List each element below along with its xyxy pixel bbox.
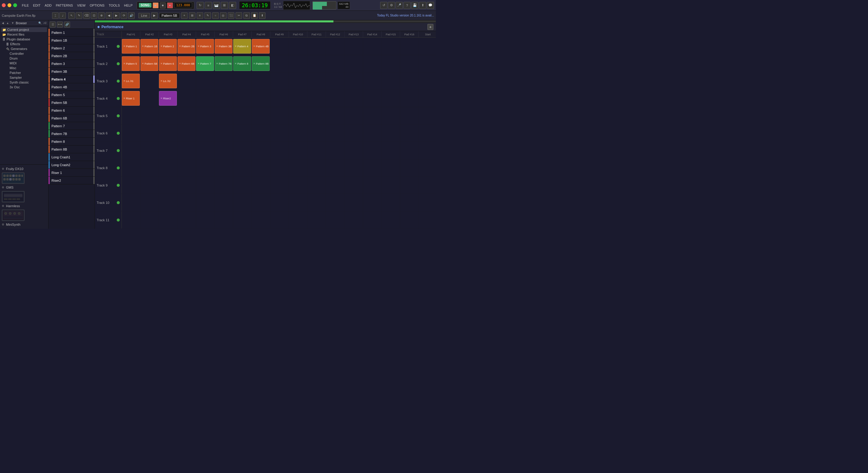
- pad-cell[interactable]: [363, 159, 382, 176]
- pattern-edit[interactable]: ✎: [205, 12, 211, 19]
- loop-icon[interactable]: ↻: [197, 2, 204, 9]
- pad-cell[interactable]: [159, 211, 178, 229]
- pad-cell[interactable]: [326, 38, 344, 55]
- tree-item-plugin-database[interactable]: 🗄 Plugin database: [1, 37, 47, 41]
- pad-cell[interactable]: [344, 72, 363, 90]
- pad-cell[interactable]: [400, 194, 419, 211]
- refresh-icon[interactable]: ↺: [380, 2, 387, 9]
- tree-item-sampler[interactable]: Sampler: [1, 75, 47, 80]
- pad-cell[interactable]: [344, 107, 363, 124]
- pattern-block-pattern7[interactable]: ✕Pattern 7: [196, 56, 214, 71]
- pattern-block-pattern2[interactable]: ✕Pattern 2: [159, 39, 177, 54]
- pad-cell[interactable]: [289, 72, 307, 90]
- pad-cell[interactable]: [196, 107, 215, 124]
- add-track-button[interactable]: +: [427, 24, 433, 30]
- pattern-block-pattern2b[interactable]: ✕Pattern 2B: [178, 39, 195, 54]
- pattern-paste[interactable]: 📋: [251, 12, 258, 19]
- eraser-tool[interactable]: ⌫: [83, 12, 90, 19]
- song-mode-button[interactable]: SONG: [139, 3, 151, 7]
- snap-icon[interactable]: ⌶: [52, 12, 59, 19]
- pad-cell[interactable]: [363, 177, 382, 194]
- pad-cell[interactable]: [215, 142, 233, 159]
- pattern-entry-long-crash2[interactable]: Long Crash2: [49, 161, 95, 169]
- pad-cell[interactable]: [233, 159, 252, 176]
- prev-pattern[interactable]: ◀: [106, 12, 112, 19]
- piano-roll-icon[interactable]: 🎹: [213, 2, 220, 9]
- pad-cell[interactable]: [233, 177, 252, 194]
- pad-cell[interactable]: [326, 159, 344, 176]
- pad-cell[interactable]: [159, 194, 178, 211]
- step-seq-icon[interactable]: ⊞: [221, 2, 228, 9]
- track-active-dot[interactable]: [117, 149, 120, 152]
- pad-cell[interactable]: [289, 211, 307, 229]
- track-active-dot[interactable]: [117, 80, 120, 83]
- pad-cell[interactable]: [382, 55, 400, 72]
- pad-cell[interactable]: [252, 107, 270, 124]
- tree-item-controller[interactable]: Controller: [1, 51, 47, 56]
- pad-cell[interactable]: [270, 72, 289, 90]
- block-close-icon[interactable]: ✕: [216, 62, 218, 65]
- mode-arrow[interactable]: ▶: [151, 12, 158, 19]
- export-icon[interactable]: ⬆: [419, 2, 426, 9]
- pad-cell[interactable]: [419, 107, 436, 124]
- menu-patterns[interactable]: PATTERNS: [54, 3, 75, 8]
- help-icon[interactable]: ?: [403, 2, 411, 9]
- pad-cell[interactable]: [400, 177, 419, 194]
- pattern-entry-riser-2[interactable]: Riser2: [49, 177, 95, 184]
- play-button[interactable]: ▶: [153, 2, 159, 8]
- pad-cell[interactable]: [141, 142, 159, 159]
- pattern-nav[interactable]: ≡: [197, 12, 203, 19]
- pad-cell[interactable]: [382, 159, 400, 176]
- pad-cell[interactable]: [178, 177, 196, 194]
- menu-add[interactable]: ADD: [43, 3, 53, 8]
- pattern-entry-pattern-5b[interactable]: Pattern 5B: [49, 99, 95, 107]
- pad-cell[interactable]: [400, 211, 419, 229]
- pattern-entry-pattern-1b[interactable]: Pattern 1B: [49, 36, 95, 44]
- pad-cell[interactable]: [382, 211, 400, 229]
- pad-cell[interactable]: [215, 90, 233, 107]
- pad-cell[interactable]: [252, 142, 270, 159]
- pad-cell[interactable]: [141, 90, 159, 107]
- pattern-block-pattern4[interactable]: ✕Pattern 4: [233, 39, 251, 54]
- pad-cell[interactable]: [400, 142, 419, 159]
- pattern-block-lo..h2[interactable]: ✕Lo..h2: [159, 73, 177, 88]
- pattern-entry-pattern-3b[interactable]: Pattern 3B: [49, 68, 95, 76]
- block-close-icon[interactable]: ✕: [197, 45, 199, 48]
- pattern-block-pattern3[interactable]: ✕Pattern 3: [196, 39, 214, 54]
- browser-up[interactable]: ▲: [6, 21, 9, 25]
- pad-cell[interactable]: [419, 124, 436, 142]
- pad-cell[interactable]: [270, 90, 289, 107]
- pad-cell[interactable]: [382, 90, 400, 107]
- plugin-fruity-dx10[interactable]: ⚙ Fruity DX10: [1, 166, 47, 172]
- chat-icon[interactable]: 💬: [427, 2, 434, 9]
- pad-cell[interactable]: [289, 107, 307, 124]
- pad-cell[interactable]: [196, 177, 215, 194]
- pad-cell[interactable]: [344, 177, 363, 194]
- tree-item-effects[interactable]: 🎛 Effects: [1, 41, 47, 47]
- brush-tool[interactable]: ✎: [76, 12, 82, 19]
- pad-cell[interactable]: [215, 211, 233, 229]
- pad-cell[interactable]: [178, 142, 196, 159]
- pad-cell[interactable]: [382, 38, 400, 55]
- pattern-entry-pattern-3[interactable]: Pattern 3: [49, 60, 95, 68]
- settings-icon[interactable]: ⚙: [388, 2, 395, 9]
- select-tool[interactable]: ⊡: [91, 12, 97, 19]
- pad-cell[interactable]: [344, 90, 363, 107]
- metronome-icon[interactable]: ♩: [59, 12, 66, 19]
- pad-cell[interactable]: [363, 124, 382, 142]
- block-close-icon[interactable]: ✕: [216, 45, 218, 48]
- vol-icon[interactable]: 🔊: [128, 12, 135, 19]
- pad-cell[interactable]: [196, 211, 215, 229]
- pad-cell[interactable]: [178, 124, 196, 142]
- pattern-block-pattern6[interactable]: ✕Pattern 6: [159, 56, 177, 71]
- pad-cell[interactable]: [215, 124, 233, 142]
- pattern-block-pattern6b[interactable]: ✕Pattern 6B: [178, 56, 195, 71]
- pad-cell[interactable]: [382, 124, 400, 142]
- pad-cell[interactable]: [344, 211, 363, 229]
- pad-cell[interactable]: [400, 107, 419, 124]
- pad-cell[interactable]: [270, 55, 289, 72]
- track-active-dot[interactable]: [117, 45, 120, 48]
- pad-cell[interactable]: [122, 107, 141, 124]
- pad-cell[interactable]: [215, 159, 233, 176]
- pad-cell[interactable]: [400, 159, 419, 176]
